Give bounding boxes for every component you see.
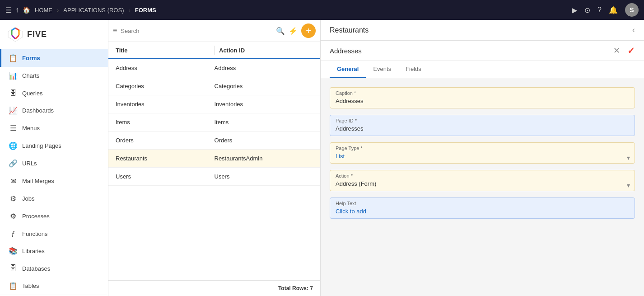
sidebar-label-mail-merges: Mail Merges (22, 178, 54, 184)
forms-label[interactable]: FORMS (135, 7, 156, 14)
page-id-value[interactable]: Addresses (330, 124, 635, 136)
sidebar-item-functions[interactable]: ƒ Functions (0, 225, 108, 242)
urls-icon: 🔗 (9, 159, 18, 168)
action-value[interactable]: Address (Form) (330, 179, 627, 191)
list-toolbar: ≡ 🔍 ⚡ + (108, 20, 320, 42)
menu-icon[interactable]: ☰ (5, 6, 12, 14)
sidebar-item-libraries[interactable]: 📚 Libraries (0, 242, 108, 260)
help-text-label: Help Text (330, 198, 635, 207)
detail-header: Restaurants ‹ (321, 20, 644, 41)
search-icon[interactable]: 🔍 (276, 27, 285, 35)
tab-events[interactable]: Events (366, 61, 398, 78)
sidebar-item-processes[interactable]: ⚙ Processes (0, 207, 108, 225)
sidebar-logo: FIVE (0, 20, 108, 49)
back-button[interactable]: ‹ (632, 25, 635, 35)
svg-marker-0 (8, 27, 23, 42)
logo-text: FIVE (27, 30, 47, 39)
action-dropdown-arrow[interactable]: ▾ (627, 182, 635, 189)
page-type-dropdown-arrow[interactable]: ▾ (627, 154, 635, 161)
sidebar-item-landing-pages[interactable]: 🌐 Landing Pages (0, 137, 108, 155)
row-action: Items (215, 119, 313, 126)
sidebar-label-urls: URLs (22, 160, 37, 167)
detail-sub-header: Addresses ✕ ✓ (321, 41, 644, 61)
action-arrow-indicator: ➤ (635, 175, 635, 187)
table-row[interactable]: Inventories Inventories (108, 95, 320, 113)
sidebar: FIVE 📋 Forms 📊 Charts 🗄 Queries 📈 Dashbo… (0, 20, 108, 296)
caption-value[interactable]: Addresses (330, 97, 635, 108)
row-title: Items (116, 119, 215, 126)
sidebar-item-tables[interactable]: 📋 Tables (0, 277, 108, 295)
sidebar-item-databases[interactable]: 🗄 Databases (0, 260, 108, 277)
layout: FIVE 📋 Forms 📊 Charts 🗄 Queries 📈 Dashbo… (0, 20, 644, 296)
sidebar-label-tables: Tables (22, 282, 39, 289)
table-row[interactable]: Categories Categories (108, 77, 320, 95)
table-row-selected[interactable]: Restaurants RestaurantsAdmin (108, 150, 320, 168)
sidebar-label-functions: Functions (22, 230, 47, 237)
nav-actions: ▶ ⊙ ? 🔔 S (572, 3, 639, 17)
landing-pages-icon: 🌐 (9, 141, 18, 150)
search-input[interactable] (121, 28, 272, 34)
sidebar-item-charts[interactable]: 📊 Charts (0, 67, 108, 85)
close-button[interactable]: ✕ (613, 46, 620, 56)
bell-button[interactable]: 🔔 (609, 6, 618, 14)
caption-field-group: Caption * Addresses (330, 87, 635, 108)
sidebar-item-forms[interactable]: 📋 Forms (0, 49, 108, 67)
up-icon[interactable]: ↑ (15, 6, 19, 14)
home-label[interactable]: HOME (35, 7, 52, 14)
tab-general[interactable]: General (330, 61, 366, 78)
table-row[interactable]: Users Users (108, 168, 320, 186)
tables-icon: 📋 (9, 282, 18, 290)
filter-icon[interactable]: ≡ (113, 27, 117, 35)
sidebar-item-queries[interactable]: 🗄 Queries (0, 85, 108, 102)
lightning-icon[interactable]: ⚡ (289, 27, 298, 35)
main-content: ≡ 🔍 ⚡ + Title Action ID Address Address (108, 20, 644, 296)
sidebar-item-dashboards[interactable]: 📈 Dashboards (0, 102, 108, 119)
page-type-value[interactable]: List (330, 152, 627, 163)
forms-icon: 📋 (9, 54, 18, 62)
row-title: Inventories (116, 101, 215, 108)
functions-icon: ƒ (9, 230, 18, 238)
detail-main-title: Restaurants (330, 26, 369, 34)
detail-tabs: General Events Fields (321, 61, 644, 78)
separator-1: › (57, 7, 59, 14)
sidebar-item-urls[interactable]: 🔗 URLs (0, 155, 108, 172)
row-action: Orders (215, 137, 313, 144)
sidebar-label-libraries: Libraries (22, 248, 45, 254)
sidebar-item-menus[interactable]: ☰ Menus (0, 119, 108, 137)
page-id-label: Page ID * (330, 115, 635, 124)
sidebar-item-mail-merges[interactable]: ✉ Mail Merges (0, 172, 108, 190)
mail-merges-icon: ✉ (9, 177, 18, 185)
table-row[interactable]: Address Address (108, 59, 320, 77)
col-title-header: Title (116, 47, 210, 54)
sidebar-label-queries: Queries (22, 90, 43, 97)
add-button[interactable]: + (301, 23, 316, 38)
row-action: Inventories (215, 101, 313, 108)
help-text-value[interactable]: Click to add (330, 207, 635, 218)
queries-icon: 🗄 (9, 89, 18, 97)
action-field-row: Address (Form) ▾ (330, 179, 635, 191)
sidebar-item-jobs[interactable]: ⚙ Jobs (0, 190, 108, 207)
table-row[interactable]: Orders Orders (108, 132, 320, 150)
list-panel: ≡ 🔍 ⚡ + Title Action ID Address Address (108, 20, 321, 296)
table-row[interactable]: Items Items (108, 113, 320, 132)
page-id-field-group: Page ID * Addresses (330, 115, 635, 136)
search-button[interactable]: ⊙ (584, 6, 590, 14)
caption-label: Caption * (330, 88, 635, 97)
col-divider (214, 46, 215, 55)
tab-fields[interactable]: Fields (398, 61, 429, 78)
menus-icon: ☰ (9, 124, 18, 132)
avatar[interactable]: S (625, 3, 639, 17)
app-label[interactable]: APPLICATIONS (ROS) (63, 7, 124, 14)
confirm-button[interactable]: ✓ (627, 45, 635, 56)
sidebar-label-forms: Forms (22, 55, 40, 61)
jobs-icon: ⚙ (9, 194, 18, 203)
sidebar-nav: 📋 Forms 📊 Charts 🗄 Queries 📈 Dashboards … (0, 49, 108, 295)
databases-icon: 🗄 (9, 264, 18, 273)
table-header: Title Action ID (108, 42, 320, 59)
play-button[interactable]: ▶ (572, 6, 577, 14)
libraries-icon: 📚 (9, 247, 18, 255)
action-field-group: Action * Address (Form) ▾ ➤ (330, 170, 635, 191)
sidebar-label-menus: Menus (22, 125, 40, 132)
help-button[interactable]: ? (597, 6, 602, 14)
sidebar-label-databases: Databases (22, 265, 50, 272)
